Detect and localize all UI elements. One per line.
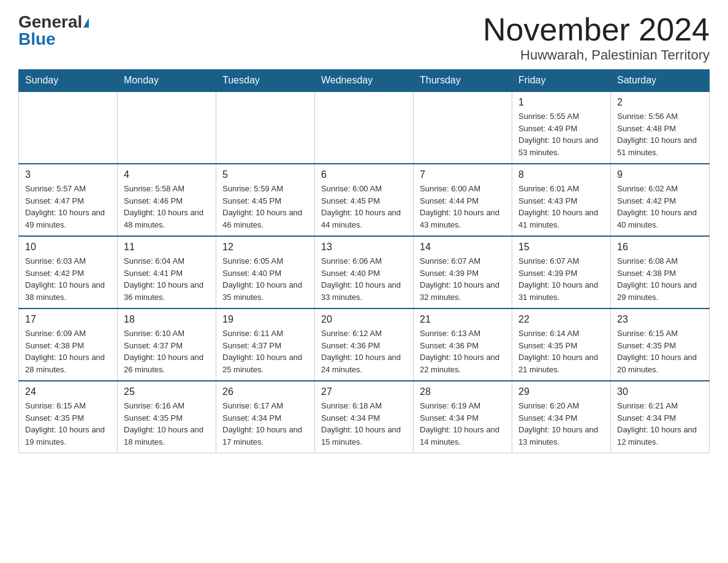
day-info: Sunrise: 6:16 AM Sunset: 4:35 PM Dayligh… <box>124 400 210 448</box>
day-number: 27 <box>321 386 407 397</box>
calendar-day-header: Friday <box>512 70 611 92</box>
day-number: 17 <box>25 314 111 325</box>
day-info: Sunrise: 6:07 AM Sunset: 4:39 PM Dayligh… <box>518 255 604 303</box>
calendar-cell: 15Sunrise: 6:07 AM Sunset: 4:39 PM Dayli… <box>512 236 611 308</box>
day-number: 4 <box>124 169 210 180</box>
calendar-cell: 30Sunrise: 6:21 AM Sunset: 4:34 PM Dayli… <box>611 381 710 453</box>
day-info: Sunrise: 6:00 AM Sunset: 4:45 PM Dayligh… <box>321 183 407 231</box>
calendar-cell: 26Sunrise: 6:17 AM Sunset: 4:34 PM Dayli… <box>216 381 315 453</box>
day-number: 16 <box>617 242 703 253</box>
day-info: Sunrise: 6:10 AM Sunset: 4:37 PM Dayligh… <box>124 327 210 375</box>
day-info: Sunrise: 6:14 AM Sunset: 4:35 PM Dayligh… <box>518 327 604 375</box>
calendar-cell: 13Sunrise: 6:06 AM Sunset: 4:40 PM Dayli… <box>315 236 414 308</box>
calendar-cell: 27Sunrise: 6:18 AM Sunset: 4:34 PM Dayli… <box>315 381 414 453</box>
day-number: 8 <box>518 169 604 180</box>
calendar-day-header: Thursday <box>414 70 512 92</box>
day-number: 3 <box>25 169 111 180</box>
calendar-header-row: SundayMondayTuesdayWednesdayThursdayFrid… <box>19 70 710 92</box>
calendar-cell: 28Sunrise: 6:19 AM Sunset: 4:34 PM Dayli… <box>414 381 512 453</box>
calendar-cell <box>19 91 118 164</box>
day-number: 11 <box>124 242 210 253</box>
calendar-week-row: 10Sunrise: 6:03 AM Sunset: 4:42 PM Dayli… <box>19 236 710 308</box>
logo: General Blue <box>18 12 89 49</box>
day-number: 12 <box>222 242 308 253</box>
calendar-cell: 19Sunrise: 6:11 AM Sunset: 4:37 PM Dayli… <box>216 308 315 381</box>
day-number: 9 <box>617 169 703 180</box>
day-number: 1 <box>518 97 604 108</box>
calendar-cell: 23Sunrise: 6:15 AM Sunset: 4:35 PM Dayli… <box>611 308 710 381</box>
page-header: General Blue November 2024 Huwwarah, Pal… <box>18 12 710 63</box>
day-number: 22 <box>518 314 604 325</box>
calendar-cell: 1Sunrise: 5:55 AM Sunset: 4:49 PM Daylig… <box>512 91 611 164</box>
calendar-day-header: Monday <box>118 70 216 92</box>
day-info: Sunrise: 6:01 AM Sunset: 4:43 PM Dayligh… <box>518 183 604 231</box>
day-info: Sunrise: 6:09 AM Sunset: 4:38 PM Dayligh… <box>25 327 111 375</box>
calendar-cell: 2Sunrise: 5:56 AM Sunset: 4:48 PM Daylig… <box>611 91 710 164</box>
day-number: 25 <box>124 386 210 397</box>
calendar-cell: 14Sunrise: 6:07 AM Sunset: 4:39 PM Dayli… <box>414 236 512 308</box>
day-info: Sunrise: 6:13 AM Sunset: 4:36 PM Dayligh… <box>420 327 506 375</box>
calendar-day-header: Sunday <box>19 70 118 92</box>
day-info: Sunrise: 5:57 AM Sunset: 4:47 PM Dayligh… <box>25 183 111 231</box>
day-info: Sunrise: 6:02 AM Sunset: 4:42 PM Dayligh… <box>617 183 703 231</box>
calendar-cell: 9Sunrise: 6:02 AM Sunset: 4:42 PM Daylig… <box>611 164 710 236</box>
day-info: Sunrise: 6:18 AM Sunset: 4:34 PM Dayligh… <box>321 400 407 448</box>
calendar-day-header: Tuesday <box>216 70 315 92</box>
calendar-cell: 3Sunrise: 5:57 AM Sunset: 4:47 PM Daylig… <box>19 164 118 236</box>
day-info: Sunrise: 5:58 AM Sunset: 4:46 PM Dayligh… <box>124 183 210 231</box>
calendar-day-header: Saturday <box>611 70 710 92</box>
calendar-cell <box>216 91 315 164</box>
day-info: Sunrise: 5:56 AM Sunset: 4:48 PM Dayligh… <box>617 110 703 158</box>
day-info: Sunrise: 6:17 AM Sunset: 4:34 PM Dayligh… <box>222 400 308 448</box>
calendar-week-row: 1Sunrise: 5:55 AM Sunset: 4:49 PM Daylig… <box>19 91 710 164</box>
title-block: November 2024 Huwwarah, Palestinian Terr… <box>483 12 710 63</box>
day-number: 23 <box>617 314 703 325</box>
calendar-cell: 17Sunrise: 6:09 AM Sunset: 4:38 PM Dayli… <box>19 308 118 381</box>
day-number: 20 <box>321 314 407 325</box>
day-number: 18 <box>124 314 210 325</box>
day-info: Sunrise: 6:07 AM Sunset: 4:39 PM Dayligh… <box>420 255 506 303</box>
page-title: November 2024 <box>483 12 710 47</box>
calendar-cell: 22Sunrise: 6:14 AM Sunset: 4:35 PM Dayli… <box>512 308 611 381</box>
calendar-week-row: 17Sunrise: 6:09 AM Sunset: 4:38 PM Dayli… <box>19 308 710 381</box>
calendar-cell: 21Sunrise: 6:13 AM Sunset: 4:36 PM Dayli… <box>414 308 512 381</box>
calendar-cell: 16Sunrise: 6:08 AM Sunset: 4:38 PM Dayli… <box>611 236 710 308</box>
page-subtitle: Huwwarah, Palestinian Territory <box>483 47 710 63</box>
calendar-cell: 5Sunrise: 5:59 AM Sunset: 4:45 PM Daylig… <box>216 164 315 236</box>
day-number: 7 <box>420 169 506 180</box>
day-info: Sunrise: 5:59 AM Sunset: 4:45 PM Dayligh… <box>222 183 308 231</box>
calendar-cell: 24Sunrise: 6:15 AM Sunset: 4:35 PM Dayli… <box>19 381 118 453</box>
day-number: 30 <box>617 386 703 397</box>
calendar-cell: 6Sunrise: 6:00 AM Sunset: 4:45 PM Daylig… <box>315 164 414 236</box>
calendar-cell: 7Sunrise: 6:00 AM Sunset: 4:44 PM Daylig… <box>414 164 512 236</box>
calendar-cell <box>118 91 216 164</box>
day-info: Sunrise: 6:15 AM Sunset: 4:35 PM Dayligh… <box>617 327 703 375</box>
calendar-cell: 20Sunrise: 6:12 AM Sunset: 4:36 PM Dayli… <box>315 308 414 381</box>
day-info: Sunrise: 6:15 AM Sunset: 4:35 PM Dayligh… <box>25 400 111 448</box>
logo-blue-text: Blue <box>18 29 56 49</box>
day-number: 10 <box>25 242 111 253</box>
day-number: 29 <box>518 386 604 397</box>
day-number: 21 <box>420 314 506 325</box>
day-number: 14 <box>420 242 506 253</box>
calendar-cell: 10Sunrise: 6:03 AM Sunset: 4:42 PM Dayli… <box>19 236 118 308</box>
calendar-cell: 25Sunrise: 6:16 AM Sunset: 4:35 PM Dayli… <box>118 381 216 453</box>
day-number: 6 <box>321 169 407 180</box>
day-number: 2 <box>617 97 703 108</box>
calendar-cell: 11Sunrise: 6:04 AM Sunset: 4:41 PM Dayli… <box>118 236 216 308</box>
day-number: 19 <box>222 314 308 325</box>
calendar-day-header: Wednesday <box>315 70 414 92</box>
day-number: 15 <box>518 242 604 253</box>
calendar-cell: 29Sunrise: 6:20 AM Sunset: 4:34 PM Dayli… <box>512 381 611 453</box>
day-info: Sunrise: 6:11 AM Sunset: 4:37 PM Dayligh… <box>222 327 308 375</box>
calendar-table: SundayMondayTuesdayWednesdayThursdayFrid… <box>18 69 710 453</box>
day-number: 5 <box>222 169 308 180</box>
calendar-cell: 8Sunrise: 6:01 AM Sunset: 4:43 PM Daylig… <box>512 164 611 236</box>
day-info: Sunrise: 6:06 AM Sunset: 4:40 PM Dayligh… <box>321 255 407 303</box>
day-info: Sunrise: 6:08 AM Sunset: 4:38 PM Dayligh… <box>617 255 703 303</box>
day-info: Sunrise: 6:21 AM Sunset: 4:34 PM Dayligh… <box>617 400 703 448</box>
day-info: Sunrise: 6:19 AM Sunset: 4:34 PM Dayligh… <box>420 400 506 448</box>
day-info: Sunrise: 6:04 AM Sunset: 4:41 PM Dayligh… <box>124 255 210 303</box>
calendar-cell: 18Sunrise: 6:10 AM Sunset: 4:37 PM Dayli… <box>118 308 216 381</box>
calendar-cell: 12Sunrise: 6:05 AM Sunset: 4:40 PM Dayli… <box>216 236 315 308</box>
